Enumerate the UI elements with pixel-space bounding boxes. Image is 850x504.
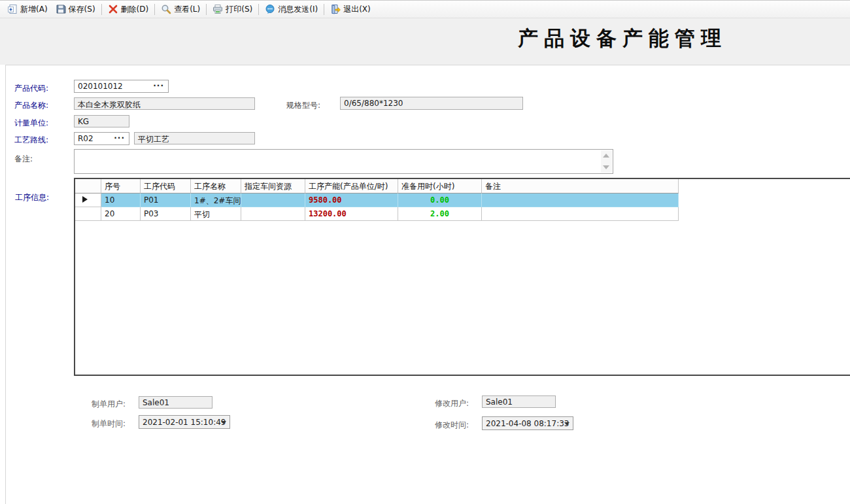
toolbar-separator	[324, 4, 324, 15]
scroll-down-icon[interactable]	[603, 165, 609, 169]
dropdown-arrow-icon[interactable]	[221, 421, 226, 424]
product-code-input[interactable]: 020101012 ···	[74, 80, 169, 93]
toolbar: 新增(A) 保存(S) 删除(D) 查看(L) 打印(S) 消息发送(I)	[0, 0, 850, 18]
modifier-input: Sale01	[482, 395, 556, 408]
product-name-input: 本白全木浆双胶纸	[74, 97, 255, 110]
toolbar-separator	[206, 4, 207, 15]
process-route-code-value: R02	[78, 134, 94, 143]
process-route-lookup-button[interactable]: ···	[114, 133, 125, 143]
cell-capacity[interactable]: 9580.00	[305, 193, 398, 207]
creator-value: Sale01	[143, 398, 169, 407]
product-name-label: 产品名称:	[14, 100, 48, 111]
scroll-up-icon[interactable]	[603, 154, 609, 158]
grid-header-workshop[interactable]: 指定车间资源	[241, 179, 305, 193]
modifier-value: Sale01	[486, 397, 513, 407]
create-time-combo[interactable]: 2021-02-01 15:10:49	[139, 415, 230, 429]
grid-header-indicator[interactable]	[75, 179, 101, 193]
exit-icon	[330, 4, 341, 14]
process-route-name-input: 平切工艺	[134, 132, 255, 144]
cell-code[interactable]: P01	[141, 193, 191, 207]
create-time-value: 2021-02-01 15:10:49	[143, 418, 226, 427]
row-indicator-cell	[75, 207, 101, 221]
cell-workshop[interactable]	[241, 193, 305, 207]
cell-code[interactable]: P03	[141, 207, 191, 221]
product-name-value: 本白全木浆双胶纸	[78, 100, 141, 109]
print-icon	[212, 4, 223, 14]
grid-header-name[interactable]: 工序名称	[191, 179, 241, 193]
spec-model-value: 0/65/880*1230	[344, 99, 403, 108]
modify-time-label: 修改时间:	[435, 420, 469, 431]
toolbar-separator	[101, 4, 102, 15]
grid-header-capacity[interactable]: 工序产能(产品单位/时)	[305, 179, 398, 193]
delete-button[interactable]: 删除(D)	[104, 2, 153, 17]
creator-input: Sale01	[139, 396, 212, 409]
new-button[interactable]: 新增(A)	[3, 2, 52, 17]
grid-header-prep-hours[interactable]: 准备用时(小时)	[398, 179, 482, 193]
row-indicator-cell	[75, 193, 101, 207]
cell-seq[interactable]: 20	[101, 207, 141, 221]
toolbar-separator	[154, 4, 155, 15]
unit-label: 计量单位:	[14, 118, 48, 129]
new-document-icon	[7, 4, 18, 14]
table-row[interactable]: 20 P03 平切 13200.00 2.00	[75, 207, 850, 221]
process-route-label: 工艺路线:	[14, 135, 48, 146]
dropdown-arrow-icon[interactable]	[564, 422, 570, 426]
page-title: 产品设备产能管理	[518, 25, 727, 52]
product-code-value: 020101012	[78, 82, 123, 91]
message-icon	[265, 4, 275, 14]
cell-capacity[interactable]: 13200.00	[305, 207, 398, 221]
delete-icon	[108, 4, 118, 14]
delete-button-label: 删除(D)	[121, 4, 149, 15]
current-row-marker-icon	[82, 196, 88, 203]
cell-remark[interactable]	[482, 207, 679, 221]
exit-button-label: 退出(X)	[343, 4, 371, 15]
process-route-name-value: 平切工艺	[138, 135, 169, 144]
cell-workshop[interactable]	[241, 207, 305, 221]
modifier-label: 修改用户:	[435, 398, 469, 409]
spec-model-input: 0/65/880*1230	[340, 97, 523, 110]
remark-label: 备注:	[14, 154, 33, 165]
message-send-button[interactable]: 消息发送(I)	[261, 2, 322, 17]
remark-scrollbar[interactable]	[601, 150, 612, 173]
product-code-label: 产品代码:	[14, 83, 48, 94]
view-button[interactable]: 查看(L)	[157, 2, 204, 17]
grid-header-seq[interactable]: 序号	[101, 179, 141, 193]
spec-model-label: 规格型号:	[286, 100, 320, 111]
grid-header-code[interactable]: 工序代码	[141, 179, 191, 193]
modify-time-combo[interactable]: 2021-04-08 08:17:33	[482, 416, 573, 430]
product-code-lookup-button[interactable]: ···	[153, 81, 164, 90]
process-route-code-input[interactable]: R02 ···	[74, 132, 129, 145]
cell-seq[interactable]: 10	[101, 193, 141, 207]
process-grid: 序号 工序代码 工序名称 指定车间资源 工序产能(产品单位/时) 准备用时(小时…	[74, 178, 850, 376]
exit-button[interactable]: 退出(X)	[326, 2, 375, 17]
modify-time-value: 2021-04-08 08:17:33	[486, 419, 569, 428]
view-button-label: 查看(L)	[174, 4, 200, 15]
cell-name[interactable]: 1#、2#车间	[191, 193, 241, 207]
table-row[interactable]: 10 P01 1#、2#车间 9580.00 0.00	[75, 193, 850, 207]
save-button[interactable]: 保存(S)	[52, 2, 99, 17]
save-icon	[56, 4, 66, 14]
remark-textarea[interactable]	[74, 149, 613, 174]
creator-label: 制单用户:	[92, 399, 126, 410]
grid-header-remark[interactable]: 备注	[482, 179, 679, 193]
view-icon	[161, 4, 171, 14]
message-send-button-label: 消息发送(I)	[278, 4, 318, 15]
new-button-label: 新增(A)	[20, 4, 48, 15]
unit-value: KG	[78, 117, 89, 126]
unit-input: KG	[74, 115, 129, 127]
toolbar-separator	[258, 4, 259, 15]
save-button-label: 保存(S)	[69, 4, 95, 15]
cell-prep-hours[interactable]: 0.00	[398, 193, 482, 207]
print-button[interactable]: 打印(S)	[209, 2, 256, 17]
cell-remark[interactable]	[482, 193, 679, 207]
print-button-label: 打印(S)	[226, 4, 252, 15]
create-time-label: 制单时间:	[92, 418, 126, 429]
cell-name[interactable]: 平切	[191, 207, 241, 221]
cell-prep-hours[interactable]: 2.00	[398, 207, 482, 221]
process-info-label: 工序信息:	[15, 192, 49, 203]
grid-header-row: 序号 工序代码 工序名称 指定车间资源 工序产能(产品单位/时) 准备用时(小时…	[75, 179, 850, 193]
